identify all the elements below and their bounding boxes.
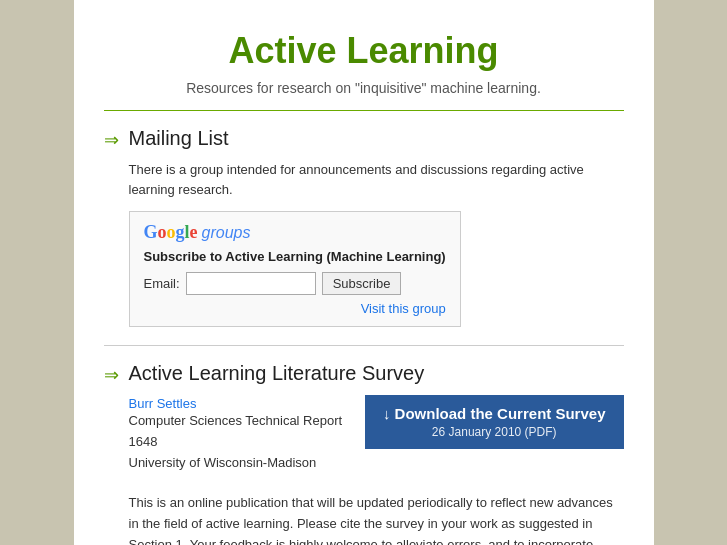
section-divider <box>104 345 624 346</box>
mailing-description: There is a group intended for announceme… <box>129 160 624 199</box>
survey-heading: Active Learning Literature Survey <box>129 362 624 385</box>
mailing-arrow-icon: ⇒ <box>104 129 119 151</box>
download-button-subtitle: 26 January 2010 (PDF) <box>383 425 606 439</box>
google-letter-g: G <box>144 222 158 243</box>
google-groups-widget: G o o g l e groups Subscribe to Active L… <box>129 211 461 327</box>
survey-body-content: This is an online publication that will … <box>129 495 620 545</box>
report-line2: University of Wisconsin-Madison <box>129 455 317 470</box>
survey-arrow-icon: ⇒ <box>104 364 119 386</box>
survey-content: Active Learning Literature Survey Burr S… <box>129 362 624 545</box>
survey-author-link[interactable]: Burr Settles <box>129 396 197 411</box>
email-input[interactable] <box>186 272 316 295</box>
email-label: Email: <box>144 276 180 291</box>
mailing-content: Mailing List There is a group intended f… <box>129 127 624 327</box>
survey-row: Burr Settles Computer Sciences Technical… <box>129 395 624 483</box>
google-letter-g2: g <box>176 222 185 243</box>
google-groups-text: groups <box>202 224 251 242</box>
report-line1: Computer Sciences Technical Report 1648 <box>129 413 343 449</box>
subscribe-label: Subscribe to Active Learning (Machine Le… <box>144 249 446 264</box>
google-letter-o1: o <box>158 222 167 243</box>
google-letter-o2: o <box>167 222 176 243</box>
google-groups-logo: G o o g l e groups <box>144 222 446 243</box>
survey-section: ⇒ Active Learning Literature Survey Burr… <box>104 362 624 545</box>
email-row: Email: Subscribe <box>144 272 446 295</box>
mailing-list-section: ⇒ Mailing List There is a group intended… <box>104 127 624 327</box>
page-subtitle: Resources for research on "inquisitive" … <box>104 80 624 96</box>
survey-author-block: Burr Settles Computer Sciences Technical… <box>129 395 349 483</box>
mailing-heading: Mailing List <box>129 127 624 150</box>
survey-body-text: This is an online publication that will … <box>129 493 624 545</box>
title-divider <box>104 110 624 111</box>
subscribe-button[interactable]: Subscribe <box>322 272 402 295</box>
main-container: Active Learning Resources for research o… <box>74 0 654 545</box>
survey-info: Computer Sciences Technical Report 1648 … <box>129 411 349 473</box>
page-title: Active Learning <box>104 30 624 72</box>
visit-group-link[interactable]: Visit this group <box>144 301 446 316</box>
download-button-title: ↓ Download the Current Survey <box>383 405 606 422</box>
google-letter-e: e <box>190 222 198 243</box>
download-button[interactable]: ↓ Download the Current Survey 26 January… <box>365 395 624 449</box>
